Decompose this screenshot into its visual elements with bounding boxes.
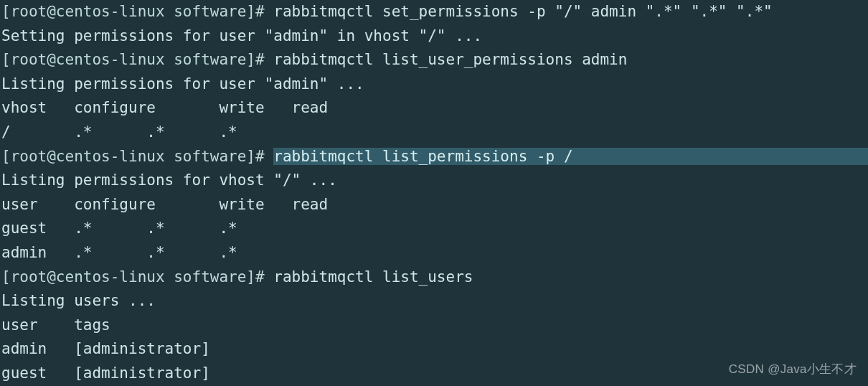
terminal-output-line: guest [administrator]	[1, 362, 867, 386]
terminal-command-line: [root@centos-linux software]# rabbitmqct…	[1, 0, 867, 24]
shell-prompt: [root@centos-linux software]#	[1, 268, 273, 286]
terminal-output-line: admin .* .* .*	[1, 241, 867, 265]
terminal-output-line: user configure write read	[1, 193, 867, 217]
terminal-output-line: vhost configure write read	[1, 96, 867, 121]
shell-prompt: [root@centos-linux software]#	[1, 51, 273, 68]
terminal-command-line: [root@centos-linux software]# rabbitmqct…	[1, 48, 867, 72]
terminal-output-line: / .* .* .*	[1, 121, 867, 145]
terminal-command-line: [root@centos-linux software]# rabbitmqct…	[1, 145, 867, 169]
terminal-output-line: admin [administrator]	[1, 337, 867, 362]
terminal-output-line: Listing permissions for user "admin" ...	[1, 72, 867, 97]
terminal-output-line: Setting permissions for user "admin" in …	[1, 24, 867, 49]
selection-highlight	[573, 148, 868, 165]
terminal-output-line: Listing permissions for vhost "/" ...	[1, 169, 867, 193]
shell-command: rabbitmqctl list_users	[273, 268, 473, 286]
terminal-output-line: guest .* .* .*	[1, 217, 867, 241]
shell-prompt: [root@centos-linux software]#	[1, 148, 273, 165]
shell-prompt: [root@centos-linux software]#	[1, 3, 273, 20]
terminal-output-line: user tags	[1, 314, 867, 338]
terminal-output-line: Listing users ...	[1, 289, 867, 314]
shell-command: rabbitmqctl list_permissions -p /	[273, 148, 572, 165]
terminal-command-line: [root@centos-linux software]# rabbitmqct…	[1, 265, 867, 290]
shell-command: rabbitmqctl list_user_permissions admin	[273, 51, 627, 68]
shell-command: rabbitmqctl set_permissions -p "/" admin…	[273, 3, 772, 20]
terminal-output[interactable]: [root@centos-linux software]# rabbitmqct…	[0, 0, 868, 386]
